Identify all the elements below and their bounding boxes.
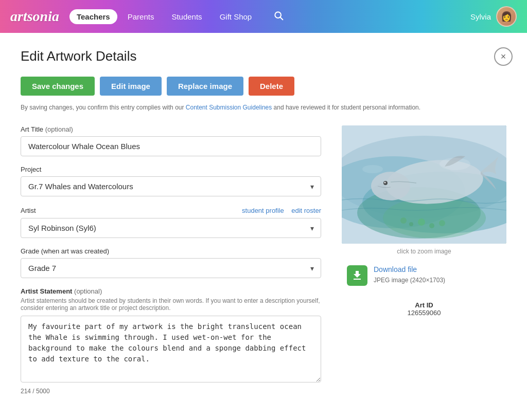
replace-image-button[interactable]: Replace image (167, 77, 243, 96)
student-profile-link[interactable]: student profile (242, 207, 284, 214)
svg-point-16 (439, 220, 445, 226)
search-icon[interactable] (269, 8, 288, 25)
logo: artsonia (10, 8, 59, 25)
artwork-image[interactable] (342, 125, 506, 244)
statement-group: Artist Statement (optional) Artist state… (21, 287, 321, 395)
download-section: Download file JPEG image (2420×1703) (342, 265, 506, 286)
form-left: Art Title (optional) Project Gr.7 Whales… (21, 125, 321, 404)
form-layout: Art Title (optional) Project Gr.7 Whales… (21, 125, 506, 404)
user-name: Sylvia (470, 12, 491, 21)
edit-image-button[interactable]: Edit image (100, 77, 162, 96)
char-count: 214 / 5000 (21, 388, 321, 395)
project-label: Project (21, 166, 321, 173)
nav-item-teachers[interactable]: Teachers (69, 9, 117, 24)
project-select[interactable]: Gr.7 Whales and Watercolours (21, 176, 321, 196)
statement-label: Artist Statement (optional) (21, 287, 321, 295)
download-meta: JPEG image (2420×1703) (374, 277, 445, 284)
header: artsonia Teachers Parents Students Gift … (0, 0, 527, 33)
statement-textarea[interactable]: My favourite part of my artwork is the b… (21, 316, 321, 382)
grade-label: Grade (when art was created) (21, 247, 321, 255)
download-info: Download file JPEG image (2420×1703) (374, 265, 445, 284)
download-icon (347, 265, 367, 286)
svg-point-18 (362, 165, 383, 173)
svg-point-11 (384, 182, 386, 184)
delete-button[interactable]: Delete (249, 77, 294, 96)
art-id-section: Art ID 126559060 (407, 301, 441, 317)
disclaimer: By saving changes, you confirm this entr… (21, 104, 506, 111)
content-guidelines-link[interactable]: Content Submission Guidelines (186, 104, 272, 111)
artist-links: student profile edit roster (237, 206, 321, 215)
avatar: 👩 (496, 6, 517, 27)
art-title-label: Art Title (optional) (21, 125, 321, 133)
edit-roster-link[interactable]: edit roster (291, 207, 321, 214)
svg-point-17 (440, 158, 470, 170)
header-left: artsonia Teachers Parents Students Gift … (10, 8, 288, 25)
svg-point-15 (429, 223, 434, 228)
save-changes-button[interactable]: Save changes (21, 77, 95, 96)
statement-hint: Artist statements should be created by s… (21, 297, 321, 312)
page-title: Edit Artwork Details (21, 48, 506, 64)
artist-select[interactable]: Syl Robinson (Syl6) (21, 218, 321, 238)
art-id-label: Art ID (407, 301, 441, 309)
close-button[interactable]: × (494, 47, 513, 66)
header-right: Sylvia 👩 (470, 6, 517, 27)
art-id-value: 126559060 (407, 309, 441, 317)
nav-item-giftshop[interactable]: Gift Shop (213, 9, 259, 24)
grade-group: Grade (when art was created) Grade 7 ▾ (21, 247, 321, 278)
project-group: Project Gr.7 Whales and Watercolours ▾ (21, 166, 321, 196)
artwork-panel: click to zoom image Download file JPEG i… (342, 125, 506, 404)
main-nav: Teachers Parents Students Gift Shop (69, 9, 259, 24)
nav-item-students[interactable]: Students (164, 9, 209, 24)
artist-select-wrapper: Syl Robinson (Syl6) ▾ (21, 218, 321, 238)
project-select-wrapper: Gr.7 Whales and Watercolours ▾ (21, 176, 321, 196)
artist-label-row: Artist student profile edit roster (21, 206, 321, 215)
grade-select-wrapper: Grade 7 ▾ (21, 258, 321, 278)
svg-point-14 (418, 218, 425, 226)
svg-line-1 (280, 17, 283, 20)
svg-point-13 (409, 222, 413, 226)
svg-point-12 (400, 217, 407, 224)
artist-group: Artist student profile edit roster Syl R… (21, 206, 321, 238)
main-content: Edit Artwork Details × Save changes Edit… (0, 33, 527, 420)
art-title-group: Art Title (optional) (21, 125, 321, 156)
svg-point-9 (371, 172, 410, 200)
nav-item-parents[interactable]: Parents (120, 9, 162, 24)
action-buttons: Save changes Edit image Replace image De… (21, 77, 506, 96)
download-file-link[interactable]: Download file (374, 265, 445, 273)
art-title-input[interactable] (21, 136, 321, 156)
artist-label: Artist (21, 207, 36, 214)
zoom-hint: click to zoom image (397, 248, 451, 255)
grade-select[interactable]: Grade 7 (21, 258, 321, 278)
